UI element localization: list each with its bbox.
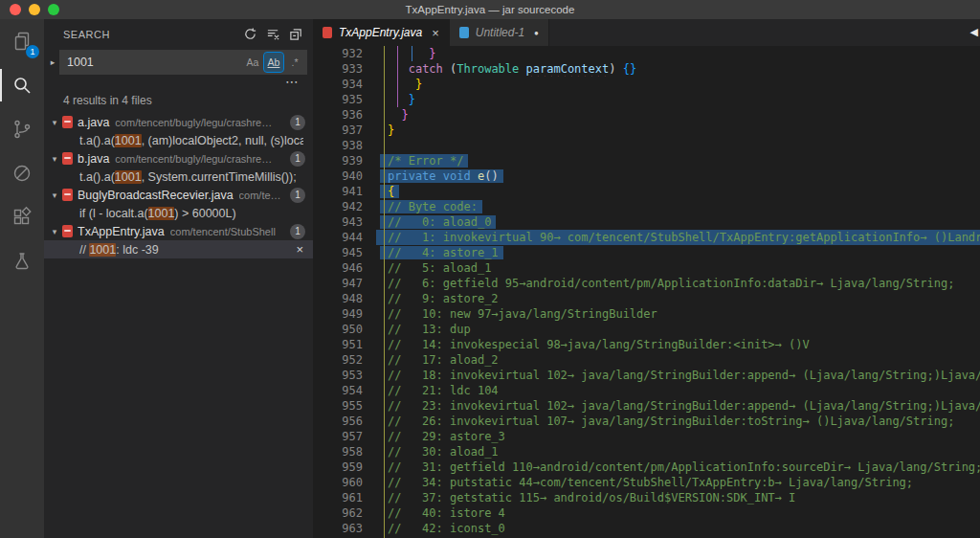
line-number[interactable]: 956	[313, 414, 363, 429]
code-line[interactable]: 953// 18: invokevirtual 102→ java/lang/S…	[313, 368, 980, 383]
tab-untitled-1[interactable]: Untitled-1 ●	[450, 19, 549, 46]
search-result-file[interactable]: ▾a.javacom/tencent/bugly/legu/crashre…1	[44, 113, 313, 131]
refresh-icon[interactable]	[243, 27, 257, 41]
code-line[interactable]: 956// 26: invokevirtual 107→ java/lang/S…	[313, 414, 980, 429]
code-line[interactable]: 952// 17: aload_2	[313, 352, 980, 368]
collapse-all-icon[interactable]	[289, 27, 303, 41]
line-number[interactable]: 943	[313, 214, 363, 230]
line-number[interactable]: 952	[313, 352, 363, 368]
code-line[interactable]: 944// 1: invokevirtual 90→ com/tencent/S…	[313, 230, 980, 245]
line-number[interactable]: 949	[313, 306, 363, 322]
line-number[interactable]: 935	[313, 92, 363, 107]
line-number[interactable]: 961	[313, 490, 363, 505]
code-line[interactable]: 933 catch (Throwable paramContext) {}	[313, 61, 980, 77]
line-number[interactable]: 945	[313, 245, 363, 260]
line-number[interactable]: 948	[313, 291, 363, 306]
code-line[interactable]: 947// 6: getfield 95→android/content/pm/…	[313, 276, 980, 291]
search-icon[interactable]	[0, 63, 44, 107]
code-line[interactable]: 946// 5: aload_1	[313, 260, 980, 276]
code-line[interactable]: 941{	[313, 184, 980, 199]
line-number[interactable]: 932	[313, 46, 363, 61]
search-match-row[interactable]: t.a().a(1001, (am)localObject2, null, (s…	[44, 131, 313, 149]
line-number[interactable]: 955	[313, 398, 363, 414]
line-number[interactable]: 942	[313, 199, 363, 214]
match-case-toggle[interactable]: Aa	[243, 53, 262, 72]
code-line[interactable]: 940private void e()	[313, 168, 980, 184]
code-line[interactable]: 954// 21: ldc 104	[313, 383, 980, 398]
line-number[interactable]: 950	[313, 322, 363, 337]
test-beaker-icon[interactable]	[0, 239, 44, 283]
search-match-row[interactable]: t.a().a(1001, System.currentTimeMillis()…	[44, 168, 313, 186]
line-number[interactable]: 946	[313, 260, 363, 276]
code-line[interactable]: 949// 10: new 97→java/lang/StringBuilder	[313, 306, 980, 322]
zoom-window-button[interactable]	[48, 4, 59, 15]
code-line[interactable]: 961// 37: getstatic 115→ android/os/Buil…	[313, 490, 980, 505]
line-number[interactable]: 947	[313, 276, 363, 291]
extensions-icon[interactable]	[0, 195, 44, 239]
search-input[interactable]	[67, 56, 241, 69]
line-number[interactable]: 954	[313, 383, 363, 398]
code-line[interactable]: 950// 13: dup	[313, 322, 980, 337]
line-number[interactable]: 963	[313, 521, 363, 536]
search-result-file[interactable]: ▾TxAppEntry.javacom/tencent/StubShell1	[44, 222, 313, 240]
line-number[interactable]: 957	[313, 429, 363, 444]
code-line[interactable]: 934 }	[313, 77, 980, 92]
twistie-icon[interactable]: ▾	[48, 191, 61, 200]
code-line[interactable]: 955// 23: invokevirtual 102→ java/lang/S…	[313, 398, 980, 414]
line-number[interactable]: 944	[313, 230, 363, 245]
line-number[interactable]: 962	[313, 505, 363, 521]
search-match-row[interactable]: // 1001: ldc -39×	[44, 240, 313, 258]
code-line[interactable]: 951// 14: invokespecial 98→java/lang/Str…	[313, 337, 980, 352]
explorer-icon[interactable]: 1	[0, 19, 44, 63]
line-number[interactable]: 959	[313, 460, 363, 475]
search-result-file[interactable]: ▾BuglyBroadcastRecevier.javacom/te…1	[44, 186, 313, 204]
close-tab-icon[interactable]: ×	[432, 26, 439, 40]
toggle-replace-icon[interactable]: ▸	[46, 57, 59, 67]
code-line[interactable]: 962// 40: istore 4	[313, 505, 980, 521]
line-number[interactable]: 951	[313, 337, 363, 352]
line-number[interactable]: 938	[313, 138, 363, 153]
regex-toggle[interactable]: .*	[285, 53, 304, 72]
close-window-button[interactable]	[10, 4, 21, 15]
code-line[interactable]: 942// Byte code:	[313, 199, 980, 214]
code-line[interactable]: 960// 34: putstatic 44→com/tencent/StubS…	[313, 475, 980, 490]
debug-disabled-icon[interactable]	[0, 151, 44, 195]
code-line[interactable]: 938	[313, 138, 980, 153]
search-match-row[interactable]: if (l - localt.a(1001) > 60000L)	[44, 204, 313, 222]
twistie-icon[interactable]: ▾	[48, 118, 61, 127]
code-line[interactable]: 937}	[313, 123, 980, 138]
line-number[interactable]: 933	[313, 61, 363, 77]
code-line[interactable]: 935 }	[313, 92, 980, 107]
line-number[interactable]: 953	[313, 368, 363, 383]
line-number[interactable]: 960	[313, 475, 363, 490]
code-line[interactable]: 943// 0: aload_0	[313, 214, 980, 230]
line-number[interactable]: 936	[313, 107, 363, 123]
line-number[interactable]: 934	[313, 77, 363, 92]
code-line[interactable]: 957// 29: astore_3	[313, 429, 980, 444]
code-line[interactable]: 959// 31: getfield 110→android/content/p…	[313, 460, 980, 475]
code-line[interactable]: 936 }	[313, 107, 980, 123]
toggle-search-details-icon[interactable]: ⋯	[285, 76, 300, 87]
code-line[interactable]: 939/* Error */	[313, 153, 980, 168]
code-line[interactable]: 948// 9: astore_2	[313, 291, 980, 306]
minimize-window-button[interactable]	[29, 4, 40, 15]
twistie-icon[interactable]: ▾	[48, 154, 61, 164]
code-line[interactable]: 945// 4: astore_1	[313, 245, 980, 260]
clear-search-results-icon[interactable]	[266, 27, 280, 41]
code-text: // 18: invokevirtual 102→ java/lang/Stri…	[388, 369, 980, 382]
code-line[interactable]: 963// 42: iconst_0	[313, 521, 980, 536]
tab-bar: TxAppEntry.java × Untitled-1 ● ◀	[313, 19, 980, 46]
dismiss-match-icon[interactable]: ×	[296, 242, 303, 257]
line-number[interactable]: 939	[313, 153, 363, 168]
line-number[interactable]: 940	[313, 168, 363, 184]
line-number[interactable]: 937	[313, 123, 363, 138]
twistie-icon[interactable]: ▾	[48, 227, 61, 236]
line-number[interactable]: 958	[313, 444, 363, 460]
whole-word-toggle[interactable]: Ab	[264, 53, 283, 72]
source-control-icon[interactable]	[0, 107, 44, 151]
search-result-file[interactable]: ▾b.javacom/tencent/bugly/legu/crashre…1	[44, 149, 313, 168]
line-number[interactable]: 941	[313, 184, 363, 199]
tab-txappentry[interactable]: TxAppEntry.java ×	[313, 19, 450, 46]
code-line[interactable]: 958// 30: aload_1	[313, 444, 980, 460]
code-line[interactable]: 932 }	[313, 46, 980, 61]
